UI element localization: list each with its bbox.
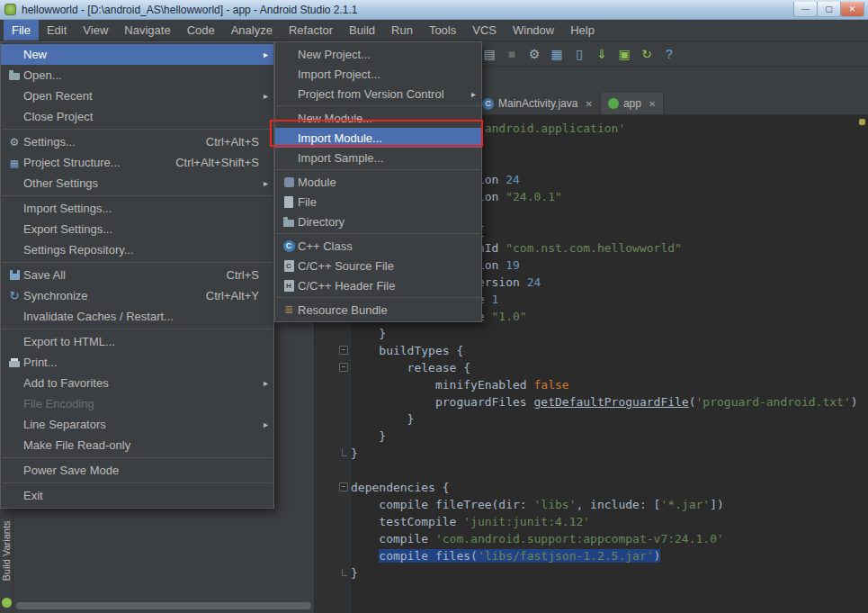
new-submenu-item-module[interactable]: Module — [275, 172, 481, 192]
file-menu-item-settings[interactable]: ⚙Settings...Ctrl+Alt+S — [1, 131, 273, 152]
new-submenu-item-c-c-header-file[interactable]: HC/C++ Header File — [275, 275, 481, 295]
structure-icon: ▦ — [10, 157, 19, 169]
file-menu-item-synchronize[interactable]: ↻SynchronizeCtrl+Alt+Y — [1, 285, 273, 306]
menubar-item-tools[interactable]: Tools — [421, 20, 464, 41]
android-icon — [2, 598, 12, 608]
code-line — [351, 462, 858, 479]
new-submenu-item-file[interactable]: File — [275, 192, 481, 212]
folder-icon — [9, 73, 20, 80]
file-menu-item-close-project[interactable]: Close Project — [1, 106, 273, 127]
project-structure-icon[interactable]: ▦ — [550, 47, 564, 61]
fold-marker-icon[interactable]: − — [339, 363, 348, 372]
close-button[interactable]: ✕ — [840, 2, 864, 17]
file-menu-item-settings-repository[interactable]: Settings Repository... — [1, 239, 273, 260]
file-menu-item-make-file-read-only[interactable]: Make File Read-only — [1, 435, 273, 455]
file-menu-item-open-recent[interactable]: Open Recent▸ — [1, 86, 273, 106]
android-studio-logo-icon — [4, 4, 16, 15]
file-menu-item-exit[interactable]: Exit — [1, 485, 273, 506]
code-line: buildTypes { — [351, 342, 858, 359]
new-submenu-item-project-from-version-control[interactable]: Project from Version Control▸ — [275, 84, 481, 104]
print-icon[interactable]: ▤ — [482, 47, 497, 61]
build-variants-button[interactable]: Build Variants — [1, 509, 13, 594]
toolbar-icons: ▤■⚙▦▯⇓▣↻? — [482, 41, 676, 67]
device-monitor-icon[interactable]: ▣ — [617, 47, 631, 61]
code-line: } — [351, 428, 858, 445]
submenu-arrow-icon: ▸ — [264, 419, 268, 429]
new-submenu-item-directory[interactable]: Directory — [275, 212, 481, 231]
menu-item-shortcut: Ctrl+Alt+Shift+S — [159, 156, 266, 169]
menubar-item-file[interactable]: File — [4, 20, 39, 41]
menu-item-icon-slot — [280, 196, 298, 208]
menubar-item-code[interactable]: Code — [179, 20, 223, 41]
avd-manager-icon[interactable]: ▯ — [572, 47, 586, 61]
new-submenu-item-c-class[interactable]: CC++ Class — [275, 236, 481, 256]
code-line: } — [351, 325, 858, 342]
menu-item-label: Add to Favorites — [23, 376, 109, 390]
menubar-item-build[interactable]: Build — [341, 20, 383, 41]
file-menu-item-file-encoding[interactable]: File Encoding — [1, 393, 273, 414]
file-menu-item-invalidate-caches-restart[interactable]: Invalidate Caches / Restart... — [1, 306, 273, 327]
menubar-item-vcs[interactable]: VCS — [464, 20, 505, 41]
new-submenu-item-resource-bundle[interactable]: ≣Resource Bundle — [275, 300, 481, 320]
file-menu-item-new[interactable]: New▸ — [1, 44, 273, 65]
help-icon[interactable]: ? — [662, 47, 676, 61]
menu-item-label: Settings Repository... — [23, 243, 134, 257]
close-tab-icon[interactable]: ✕ — [585, 99, 592, 109]
menubar-item-edit[interactable]: Edit — [39, 20, 75, 41]
new-submenu-item-new-project[interactable]: New Project... — [275, 44, 481, 64]
menu-item-label: File — [298, 195, 317, 209]
menubar-item-analyze[interactable]: Analyze — [223, 20, 281, 41]
minimize-button[interactable]: — — [793, 2, 818, 17]
file-menu-item-print[interactable]: Print... — [1, 352, 273, 373]
close-tab-icon[interactable]: ✕ — [649, 99, 656, 109]
code-line: compile fileTree(dir: 'libs', include: [… — [351, 496, 858, 513]
code-line: minifyEnabled false — [351, 376, 858, 393]
file-menu-item-export-settings[interactable]: Export Settings... — [1, 219, 273, 239]
fold-marker-icon[interactable]: − — [339, 346, 348, 355]
maximize-button[interactable]: ▢ — [817, 2, 841, 17]
fold-end-marker-icon[interactable] — [342, 449, 347, 456]
file-menu-item-save-all[interactable]: Save AllCtrl+S — [1, 265, 273, 285]
menubar-item-refactor[interactable]: Refactor — [281, 20, 341, 41]
menubar-item-navigate[interactable]: Navigate — [116, 20, 178, 41]
file-menu-item-power-save-mode[interactable]: Power Save Mode — [1, 460, 273, 481]
settings-icon[interactable]: ⚙ — [527, 47, 541, 61]
tab-label: app — [623, 97, 641, 110]
code-line: } — [351, 445, 858, 462]
file-menu-item-line-separators[interactable]: Line Separators▸ — [1, 414, 273, 435]
file-menu-item-import-settings[interactable]: Import Settings... — [1, 198, 273, 219]
code-line: proguardFiles getDefaultProguardFile('pr… — [351, 393, 858, 410]
cpp-class-icon: C — [283, 240, 295, 252]
menubar-item-window[interactable]: Window — [505, 20, 562, 41]
file-menu-item-other-settings[interactable]: Other Settings▸ — [1, 173, 273, 194]
menu-item-shortcut: Ctrl+Alt+Y — [190, 289, 266, 302]
tab-mainactivity-java[interactable]: CMainActivity.java✕ — [475, 93, 601, 114]
fold-end-marker-icon[interactable] — [342, 569, 347, 576]
new-submenu-item-import-project[interactable]: Import Project... — [275, 64, 481, 84]
fold-marker-icon[interactable]: − — [339, 482, 348, 491]
menu-separator — [2, 129, 273, 130]
menu-item-label: Open Recent — [23, 89, 93, 103]
menu-item-label: Exit — [23, 489, 43, 502]
wrench-icon: ⚙ — [10, 136, 20, 149]
menu-item-label: Resource Bundle — [298, 303, 388, 317]
menu-item-label: Project from Version Control — [298, 87, 444, 101]
sdk-manager-icon[interactable]: ⇓ — [595, 47, 609, 61]
tab-app[interactable]: app✕ — [601, 93, 664, 114]
gradle-sync-icon[interactable]: ↻ — [640, 47, 654, 61]
menu-item-icon-slot: C — [280, 240, 298, 252]
file-menu-item-add-to-favorites[interactable]: Add to Favorites▸ — [1, 373, 273, 393]
menu-bar: FileEditViewNavigateCodeAnalyzeRefactorB… — [0, 20, 868, 41]
menu-separator — [2, 262, 273, 263]
menubar-item-view[interactable]: View — [75, 20, 116, 41]
project-panel-hscrollbar[interactable] — [16, 602, 311, 609]
stop-icon[interactable]: ■ — [505, 47, 519, 61]
file-menu-item-open[interactable]: Open... — [1, 65, 273, 86]
file-menu-item-project-structure[interactable]: ▦Project Structure...Ctrl+Alt+Shift+S — [1, 152, 273, 173]
new-submenu-item-c-c-source-file[interactable]: CC/C++ Source File — [275, 256, 481, 275]
new-submenu-item-import-sample[interactable]: Import Sample... — [275, 148, 481, 167]
file-menu-item-export-to-html[interactable]: Export to HTML... — [1, 331, 273, 352]
menu-item-label: Directory — [298, 215, 345, 229]
menubar-item-help[interactable]: Help — [562, 20, 603, 41]
menubar-item-run[interactable]: Run — [383, 20, 421, 41]
